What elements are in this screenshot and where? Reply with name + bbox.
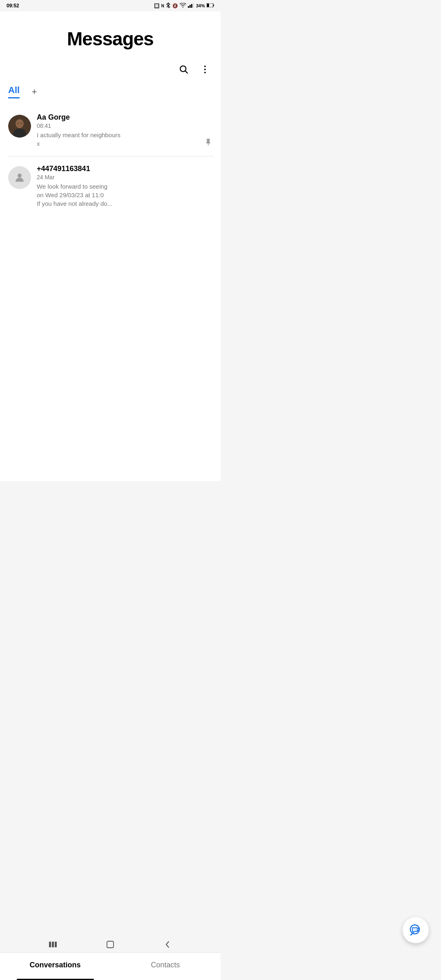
bluetooth-icon	[166, 2, 171, 9]
conversation-list: Aa Gorge 08:41 I actually meant for neig…	[0, 102, 220, 218]
svg-point-9	[204, 65, 206, 67]
filter-tabs: All +	[0, 81, 220, 102]
svg-line-8	[185, 71, 188, 74]
conversation-preview: I actually meant for neighboursx	[37, 131, 212, 148]
battery-level-icon	[207, 3, 214, 8]
status-bar: 09:52 🔲 N 🔇 34%	[0, 0, 220, 11]
svg-rect-5	[214, 4, 214, 6]
conversation-preview: We look forward to seeingon Wed 29/03/23…	[37, 182, 212, 208]
toolbar	[0, 58, 220, 81]
conversation-time: 24 Mar	[37, 174, 212, 180]
conversation-name: +447491163841	[37, 165, 212, 173]
nfc-icon: N	[161, 4, 164, 8]
conversation-name: Aa Gorge	[37, 113, 212, 122]
svg-point-13	[16, 119, 24, 128]
mute-icon: 🔇	[172, 3, 178, 9]
battery-percent: 34%	[196, 3, 205, 8]
svg-rect-0	[188, 6, 189, 8]
conversation-content: Aa Gorge 08:41 I actually meant for neig…	[37, 113, 212, 148]
svg-rect-1	[189, 5, 191, 8]
wifi-icon	[180, 3, 186, 9]
svg-rect-3	[193, 3, 194, 8]
svg-point-16	[20, 122, 22, 125]
page-title-container: Messages	[0, 11, 220, 58]
filter-tab-all[interactable]: All	[8, 85, 20, 98]
svg-point-7	[180, 66, 186, 71]
svg-point-15	[17, 122, 19, 125]
conversation-time: 08:41	[37, 122, 212, 129]
status-icons: 🔲 N 🔇 34%	[154, 2, 214, 9]
status-time: 09:52	[7, 3, 19, 9]
more-options-button[interactable]	[198, 62, 212, 77]
battery-icon: 🔲	[154, 3, 160, 9]
main-content: Messages All +	[0, 11, 220, 481]
conversation-item[interactable]: +447491163841 24 Mar We look forward to …	[0, 158, 220, 214]
svg-point-10	[204, 69, 206, 70]
svg-point-11	[204, 72, 206, 74]
svg-rect-6	[207, 4, 209, 7]
svg-rect-2	[191, 4, 192, 8]
svg-point-17	[18, 174, 22, 178]
conversation-divider	[8, 156, 212, 156]
filter-tab-add[interactable]: +	[28, 85, 41, 98]
conversation-item[interactable]: Aa Gorge 08:41 I actually meant for neig…	[0, 107, 220, 154]
page-title: Messages	[8, 28, 212, 50]
conversation-content: +447491163841 24 Mar We look forward to …	[37, 165, 212, 208]
search-button[interactable]	[176, 62, 191, 77]
avatar	[8, 115, 31, 138]
avatar-placeholder	[8, 166, 31, 189]
pin-icon	[204, 138, 212, 148]
signal-icon	[188, 3, 194, 9]
